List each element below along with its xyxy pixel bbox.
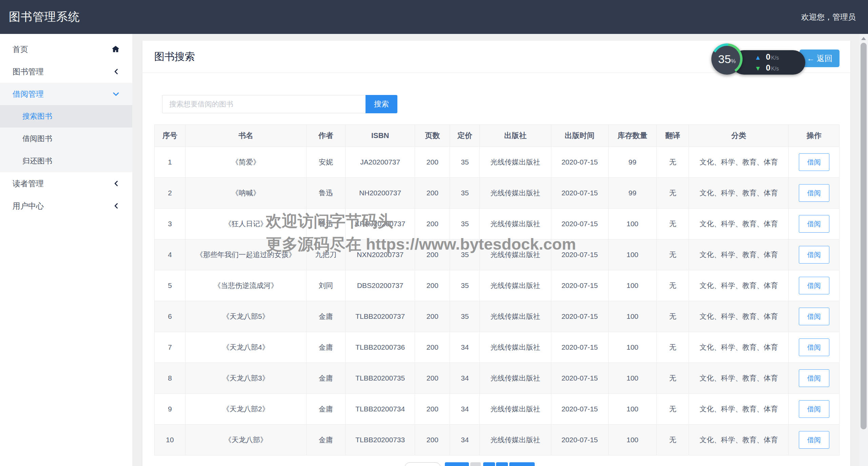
cell-isbn: NH20200737 (346, 178, 415, 209)
cell-pages: 200 (415, 147, 450, 178)
cell-title: 《天龙八部4》 (185, 332, 306, 363)
borrow-button[interactable]: 借阅 (799, 215, 829, 233)
cell-pubdate: 2020-07-15 (551, 301, 608, 332)
pagination-next-button[interactable] (509, 462, 535, 466)
cell-pages: 200 (415, 270, 450, 301)
search-button[interactable]: 搜索 (366, 95, 397, 113)
cell-pubdate: 2020-07-15 (551, 147, 608, 178)
cell-price: 35 (450, 209, 480, 239)
cell-author: 金庸 (306, 332, 345, 363)
speed-overlay-widget[interactable]: ▲ 0K/s ▼ 0K/s 35 % (711, 43, 774, 76)
pagination-page-size-select[interactable] (405, 462, 441, 466)
back-button[interactable]: ← 返回 (800, 50, 840, 67)
cell-publisher: 光线传媒出版社 (480, 239, 551, 270)
table-row: 8 《天龙八部3》 金庸 TLBB20200735 200 34 光线传媒出版社… (155, 363, 840, 394)
cell-title: 《天龙八部5》 (185, 301, 306, 332)
cell-title: 《简爱》 (185, 147, 306, 178)
cell-stock: 100 (608, 301, 657, 332)
cell-pages: 200 (415, 209, 450, 239)
cell-translation: 无 (657, 239, 689, 270)
sidebar-item-label: 读者管理 (13, 178, 44, 189)
borrow-button[interactable]: 借阅 (799, 369, 829, 387)
sidebar-subitem-borrow-books[interactable]: 借阅图书 (0, 128, 132, 150)
cell-stock: 100 (608, 239, 657, 270)
cell-action: 借阅 (789, 394, 840, 425)
cell-index: 8 (155, 363, 185, 394)
col-stock: 库存数量 (608, 125, 657, 147)
books-table: 序号 书名 作者 ISBN 页数 定价 出版社 出版时间 库存数量 翻译 分类 … (154, 124, 840, 455)
sidebar-item-label: 借阅管理 (13, 89, 44, 99)
col-translation: 翻译 (657, 125, 689, 147)
table-header-row: 序号 书名 作者 ISBN 页数 定价 出版社 出版时间 库存数量 翻译 分类 … (155, 125, 840, 147)
app-window: 图书管理系统 欢迎您，管理员 首页 图书管理 借阅管理 搜索图书 (0, 0, 868, 466)
sidebar: 首页 图书管理 借阅管理 搜索图书 借阅图书 归还图书 (0, 34, 132, 466)
cell-author: 刘同 (306, 270, 345, 301)
scrollbar-up-arrow-icon[interactable] (861, 37, 866, 40)
cell-stock: 100 (608, 363, 657, 394)
cell-stock: 100 (608, 425, 657, 455)
cell-pubdate: 2020-07-15 (551, 178, 608, 209)
search-input[interactable] (162, 95, 366, 113)
speed-pill: ▲ 0K/s ▼ 0K/s (732, 50, 805, 75)
cell-pubdate: 2020-07-15 (551, 425, 608, 455)
cell-translation: 无 (657, 270, 689, 301)
cell-publisher: 光线传媒出版社 (480, 270, 551, 301)
table-row: 9 《天龙八部2》 金庸 TLBB20200734 200 34 光线传媒出版社… (155, 394, 840, 425)
cell-index: 6 (155, 301, 185, 332)
sidebar-item-reader-management[interactable]: 读者管理 (0, 172, 132, 195)
borrow-button[interactable]: 借阅 (799, 153, 829, 171)
cell-publisher: 光线传媒出版社 (480, 301, 551, 332)
cell-action: 借阅 (789, 178, 840, 209)
cell-author: 鲁迅 (306, 178, 345, 209)
cell-isbn: TLBB20200733 (346, 425, 415, 455)
pagination-prev-button[interactable] (445, 462, 469, 466)
upload-speed-unit: K/s (771, 55, 779, 61)
scrollbar-thumb[interactable] (861, 43, 867, 429)
sidebar-item-user-center[interactable]: 用户中心 (0, 195, 132, 217)
cell-stock: 100 (608, 394, 657, 425)
cell-pubdate: 2020-07-15 (551, 332, 608, 363)
borrow-button[interactable]: 借阅 (799, 400, 829, 418)
cell-pages: 200 (415, 301, 450, 332)
cell-stock: 99 (608, 178, 657, 209)
cell-category: 文化、科学、教育、体育 (689, 147, 789, 178)
sidebar-item-borrow-management[interactable]: 借阅管理 (0, 83, 132, 105)
cell-action: 借阅 (789, 209, 840, 239)
cell-action: 借阅 (789, 425, 840, 455)
sidebar-subitem-return-books[interactable]: 归还图书 (0, 150, 132, 172)
cell-isbn: TLBB20200737 (346, 301, 415, 332)
cell-title: 《狂人日记》 (185, 209, 306, 239)
upload-speed-value: 0 (766, 52, 770, 61)
cell-price: 35 (450, 270, 480, 301)
cell-pubdate: 2020-07-15 (551, 270, 608, 301)
vertical-scrollbar[interactable] (859, 34, 868, 466)
pagination-page-button[interactable] (496, 462, 508, 466)
cell-price: 34 (450, 425, 480, 455)
borrow-button[interactable]: 借阅 (799, 184, 829, 202)
sidebar-item-label: 用户中心 (13, 201, 44, 211)
chevron-down-icon (112, 90, 120, 98)
cell-translation: 无 (657, 209, 689, 239)
sidebar-item-home[interactable]: 首页 (0, 38, 132, 60)
table-body: 1 《简爱》 安妮 JA20200737 200 35 光线传媒出版社 2020… (155, 147, 840, 455)
pagination-page-button[interactable] (483, 462, 495, 466)
borrow-button[interactable]: 借阅 (799, 277, 829, 294)
pagination-page-button[interactable] (470, 462, 481, 466)
sidebar-subitem-search-books[interactable]: 搜索图书 (0, 105, 132, 128)
progress-value: 35 % (714, 46, 740, 72)
col-pages: 页数 (415, 125, 450, 147)
cell-author: 金庸 (306, 363, 345, 394)
cell-publisher: 光线传媒出版社 (480, 209, 551, 239)
borrow-button[interactable]: 借阅 (799, 431, 829, 449)
table-row: 3 《狂人日记》 鲁迅 KRRJ20200737 200 35 光线传媒出版社 … (155, 209, 840, 239)
cell-price: 34 (450, 394, 480, 425)
borrow-button[interactable]: 借阅 (799, 308, 829, 325)
sidebar-item-book-management[interactable]: 图书管理 (0, 60, 132, 83)
cell-index: 4 (155, 239, 185, 270)
borrow-button[interactable]: 借阅 (799, 338, 829, 356)
cell-stock: 100 (608, 332, 657, 363)
cell-publisher: 光线传媒出版社 (480, 394, 551, 425)
cell-price: 35 (450, 301, 480, 332)
cell-isbn: TLBB20200736 (346, 332, 415, 363)
borrow-button[interactable]: 借阅 (799, 246, 829, 264)
